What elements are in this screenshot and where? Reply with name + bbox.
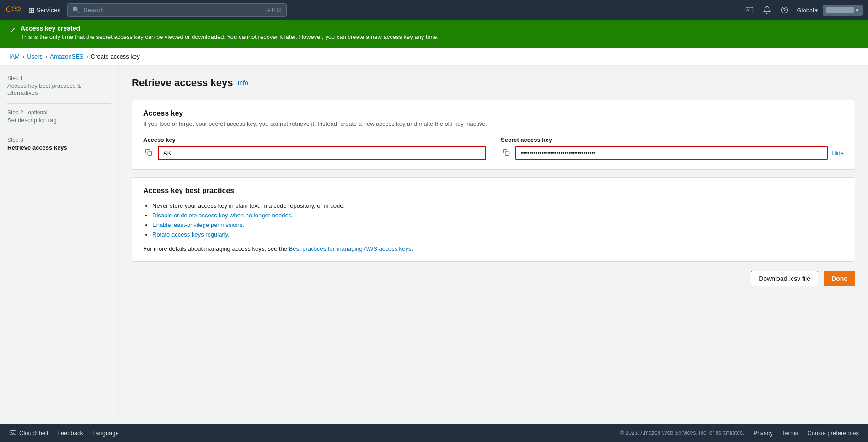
chevron-down-icon: ▾ (815, 7, 818, 14)
success-description: This is the only time that the secret ac… (21, 33, 439, 40)
access-key-field: Access key (143, 136, 486, 160)
language-link[interactable]: Language (92, 430, 119, 437)
access-key-card-desc: If you lose or forget your secret access… (143, 120, 844, 127)
sidebar-divider-2 (7, 131, 111, 131)
breadcrumb: IAM › Users › AmazonSES › Create access … (0, 48, 868, 66)
bp-item-1: Never store your access key in plain tex… (152, 202, 844, 209)
secret-key-label: Secret access key (501, 136, 844, 143)
services-menu[interactable]: ⊞ Services (26, 4, 64, 16)
services-label: Services (36, 6, 61, 14)
user-chevron-icon: ▾ (856, 7, 859, 14)
main-layout: Step 1 Access key best practices & alter… (0, 66, 868, 442)
breadcrumb-sep-2: › (45, 54, 47, 60)
bp-item-2-link[interactable]: Disable or delete access key when no lon… (152, 212, 294, 219)
copy-access-key-icon[interactable] (143, 147, 154, 159)
svg-rect-5 (505, 151, 509, 156)
secret-key-input-row: Hide (501, 146, 844, 160)
svg-rect-4 (148, 151, 152, 156)
bp-item-3: Enable least-privilege permissions. (152, 221, 844, 228)
top-navigation: ⊞ Services 🔍 [Alt+S] (0, 0, 868, 20)
secret-key-field: Secret access key Hide (501, 136, 844, 160)
terms-link[interactable]: Terms (782, 430, 798, 437)
cloudshell-icon-btn[interactable] (742, 2, 757, 18)
bp-footer-link[interactable]: Best practices for managing AWS access k… (289, 245, 412, 252)
download-csv-button[interactable]: Download .csv file (751, 271, 818, 286)
action-bar: Download .csv file Done (132, 271, 855, 286)
access-key-label: Access key (143, 136, 486, 143)
sidebar-step-2-label: Step 2 - optional (7, 109, 111, 116)
bottom-bar: CloudShell Feedback Language © 2023, Ama… (0, 424, 868, 442)
user-name (826, 7, 854, 13)
breadcrumb-iam[interactable]: IAM (9, 53, 20, 60)
footer-right-links: Privacy Terms Cookie preferences (753, 430, 859, 437)
global-selector[interactable]: Global ▾ (794, 5, 821, 16)
global-label: Global (797, 7, 814, 14)
cloudshell-bottom[interactable]: CloudShell (9, 429, 48, 437)
success-check-icon: ✓ (9, 26, 16, 36)
done-button[interactable]: Done (824, 271, 855, 286)
sidebar: Step 1 Access key best practices & alter… (0, 66, 119, 415)
sidebar-step-3-title[interactable]: Retrieve access keys (7, 144, 111, 151)
cloudshell-label: CloudShell (19, 430, 48, 437)
cookie-link[interactable]: Cookie preferences (807, 430, 859, 437)
bp-footer-text: For more details about managing access k… (143, 245, 287, 252)
bp-item-4-link[interactable]: Rotate access keys regularly. (152, 231, 230, 238)
page-title: Retrieve access keys (132, 77, 233, 89)
user-menu[interactable]: ▾ (823, 5, 863, 16)
key-fields: Access key Secret access key (143, 136, 844, 160)
copyright-text: © 2023, Amazon Web Services, Inc. or its… (620, 430, 744, 436)
best-practices-footer: For more details about managing access k… (143, 245, 844, 252)
content-area: Retrieve access keys Info Access key If … (119, 66, 868, 415)
bp-footer-suffix: . (411, 245, 413, 252)
bp-item-4: Rotate access keys regularly. (152, 231, 844, 238)
best-practices-title: Access key best practices (143, 187, 844, 195)
search-bar[interactable]: 🔍 [Alt+S] (67, 3, 287, 17)
sidebar-step-2: Step 2 - optional Set description tag (7, 109, 111, 124)
svg-rect-6 (10, 431, 16, 435)
notifications-icon-btn[interactable] (759, 2, 775, 18)
svg-rect-0 (746, 7, 753, 12)
access-key-card: Access key If you lose or forget your se… (132, 100, 855, 170)
help-icon-btn[interactable] (777, 2, 792, 18)
breadcrumb-amazonses[interactable]: AmazonSES (50, 53, 84, 60)
page-title-row: Retrieve access keys Info (132, 77, 855, 89)
sidebar-step-1-label: Step 1 (7, 75, 111, 81)
search-icon: 🔍 (72, 6, 80, 14)
success-content: Access key created This is the only time… (21, 25, 439, 40)
privacy-link[interactable]: Privacy (753, 430, 773, 437)
access-key-input-row (143, 146, 486, 160)
search-shortcut: [Alt+S] (265, 7, 282, 13)
bp-item-2: Disable or delete access key when no lon… (152, 212, 844, 219)
sidebar-step-2-title[interactable]: Set description tag (7, 117, 111, 124)
info-link[interactable]: Info (237, 79, 248, 86)
nav-icons: Global ▾ ▾ (742, 2, 863, 18)
success-banner: ✓ Access key created This is the only ti… (0, 20, 868, 48)
svg-point-2 (782, 7, 788, 13)
sidebar-step-1: Step 1 Access key best practices & alter… (7, 75, 111, 96)
sidebar-step-3: Step 3 Retrieve access keys (7, 137, 111, 151)
best-practices-card: Access key best practices Never store yo… (132, 177, 855, 262)
access-key-card-title: Access key (143, 109, 844, 118)
access-key-input[interactable] (158, 146, 486, 160)
search-input[interactable] (84, 6, 262, 14)
bp-item-3-link[interactable]: Enable least-privilege permissions. (152, 221, 244, 228)
feedback-link[interactable]: Feedback (57, 430, 83, 437)
sidebar-step-3-label: Step 3 (7, 137, 111, 143)
hide-secret-key-link[interactable]: Hide (831, 150, 844, 156)
breadcrumb-current: Create access key (91, 53, 140, 60)
aws-logo[interactable] (5, 5, 22, 16)
sidebar-step-1-title[interactable]: Access key best practices & alternatives (7, 82, 111, 96)
secret-key-input[interactable] (515, 146, 828, 160)
copy-secret-key-icon[interactable] (501, 147, 512, 159)
breadcrumb-users[interactable]: Users (27, 53, 43, 60)
breadcrumb-sep-1: › (22, 54, 24, 60)
success-title: Access key created (21, 25, 439, 32)
breadcrumb-sep-3: › (86, 54, 88, 60)
best-practices-list: Never store your access key in plain tex… (143, 202, 844, 238)
sidebar-divider-1 (7, 103, 111, 104)
